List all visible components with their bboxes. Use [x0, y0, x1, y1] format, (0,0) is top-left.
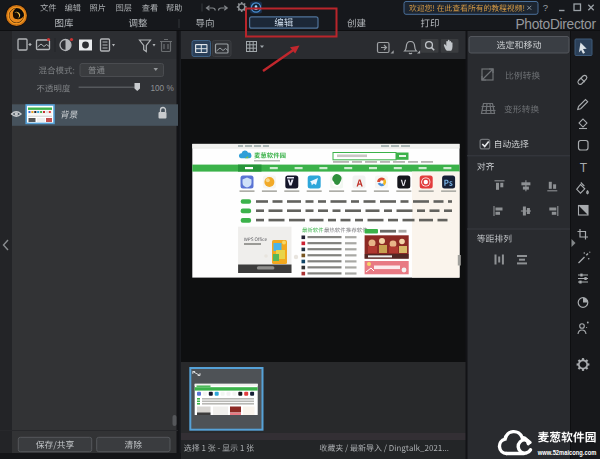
svg-text:PhotoDirector: PhotoDirector	[516, 17, 597, 32]
svg-text:www.52maicong.com: www.52maicong.com	[537, 449, 597, 457]
svg-text:?: ?	[543, 2, 548, 13]
svg-text:100 %: 100 %	[151, 84, 174, 93]
svg-text:T: T	[580, 161, 588, 175]
